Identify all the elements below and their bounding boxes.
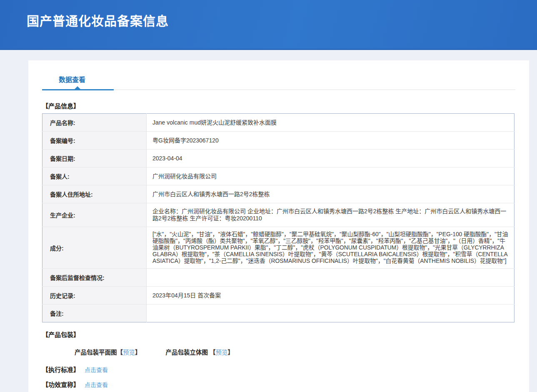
row-value: 2023-04-04 — [147, 150, 515, 167]
packaging-flat-item: 产品包装平面图【预览】 — [75, 349, 141, 356]
row-value — [147, 269, 515, 287]
table-row: 备案人: 广州润研化妆品有限公司 — [42, 167, 515, 185]
packaging-line: 产品包装平面图【预览】 产品包装立体图 【预览】 — [75, 347, 515, 356]
product-info-table: 产品名称: Jane volcanic mud妍泥火山泥舒缓紧致补水面膜 备案编… — [42, 113, 515, 322]
packaging-stereo-label: 产品包装立体图 — [166, 349, 210, 356]
bracket-open: 【 — [210, 349, 216, 356]
row-value: 2023年04月15日 首次备案 — [147, 287, 515, 305]
row-value: Jane volcanic mud妍泥火山泥舒缓紧致补水面膜 — [147, 114, 515, 132]
table-row: 备案日期: 2023-04-04 — [42, 150, 515, 167]
row-label: 备案人住所地址: — [42, 185, 147, 203]
tab-arrow-up-icon — [74, 86, 81, 90]
row-label: 备案日期: — [42, 150, 147, 167]
row-value: 企业名称：广州润研化妆品有限公司 企业地址：广州市白云区人和镇秀水塘西一路2号2… — [147, 203, 515, 227]
table-row: 备案编号: 粤G妆网备字2023067120 — [42, 132, 515, 150]
packaging-flat-preview-link[interactable]: 预览 — [123, 349, 135, 356]
row-value: 粤G妆网备字2023067120 — [147, 132, 515, 150]
packaging-flat-label: 产品包装平面图 — [75, 349, 117, 356]
row-label: 备案后监督检查情况: — [42, 269, 147, 287]
row-value: 广州市白云区人和镇秀水塘西一路2号2栋整栋 — [147, 185, 515, 203]
packaging-section-title: 【产品包装】 — [42, 330, 515, 339]
row-label: 备案编号: — [42, 132, 147, 150]
tab-bar: 数据查看 — [42, 74, 515, 90]
bracket-close: 】 — [228, 349, 234, 356]
packaging-stereo-preview-link[interactable]: 预览 — [216, 349, 228, 356]
efficacy-section-title: 【功效宣称】 — [42, 380, 80, 389]
tab-data-view[interactable]: 数据查看 — [59, 74, 85, 90]
row-value: ["水"，"火山泥"，"甘油"，"液体石蜡"，"鲸蜡硬脂醇"，"聚二甲基硅氧烷"… — [147, 227, 515, 269]
row-label: 成分: — [42, 227, 147, 269]
row-label: 历史记录: — [42, 287, 147, 305]
row-label: 生产企业: — [42, 203, 147, 227]
content-card: 数据查看 【产品信息】 产品名称: Jane volcanic mud妍泥火山泥… — [28, 60, 529, 392]
page-title: 国产普通化妆品备案信息 — [0, 0, 537, 29]
row-label: 备案人: — [42, 167, 147, 185]
row-value — [147, 305, 515, 322]
table-row: 备案后监督检查情况: — [42, 269, 515, 287]
standard-section-title: 【执行标准】 — [42, 365, 80, 374]
row-label: 备注: — [42, 305, 147, 322]
table-row: 备注: — [42, 305, 515, 322]
table-row: 备案人住所地址: 广州市白云区人和镇秀水塘西一路2号2栋整栋 — [42, 185, 515, 203]
standard-line: 【执行标准】 点击查看 — [42, 365, 515, 374]
product-info-section-title: 【产品信息】 — [42, 101, 515, 110]
row-label: 产品名称: — [42, 114, 147, 132]
table-row: 历史记录: 2023年04月15日 首次备案 — [42, 287, 515, 305]
packaging-stereo-item: 产品包装立体图 【预览】 — [166, 349, 234, 356]
table-row: 生产企业: 企业名称：广州润研化妆品有限公司 企业地址：广州市白云区人和镇秀水塘… — [42, 203, 515, 227]
row-value: 广州润研化妆品有限公司 — [147, 167, 515, 185]
page-header: 国产普通化妆品备案信息 — [0, 0, 537, 50]
bracket-open: 【 — [117, 349, 123, 356]
table-row: 产品名称: Jane volcanic mud妍泥火山泥舒缓紧致补水面膜 — [42, 114, 515, 132]
bracket-close: 】 — [135, 349, 141, 356]
standard-view-link[interactable]: 点击查看 — [85, 365, 108, 374]
tab-underline — [42, 90, 515, 90]
table-row: 成分: ["水"，"火山泥"，"甘油"，"液体石蜡"，"鲸蜡硬脂醇"，"聚二甲基… — [42, 227, 515, 269]
efficacy-line: 【功效宣称】 点击查看 — [42, 380, 515, 389]
efficacy-view-link[interactable]: 点击查看 — [85, 380, 108, 389]
